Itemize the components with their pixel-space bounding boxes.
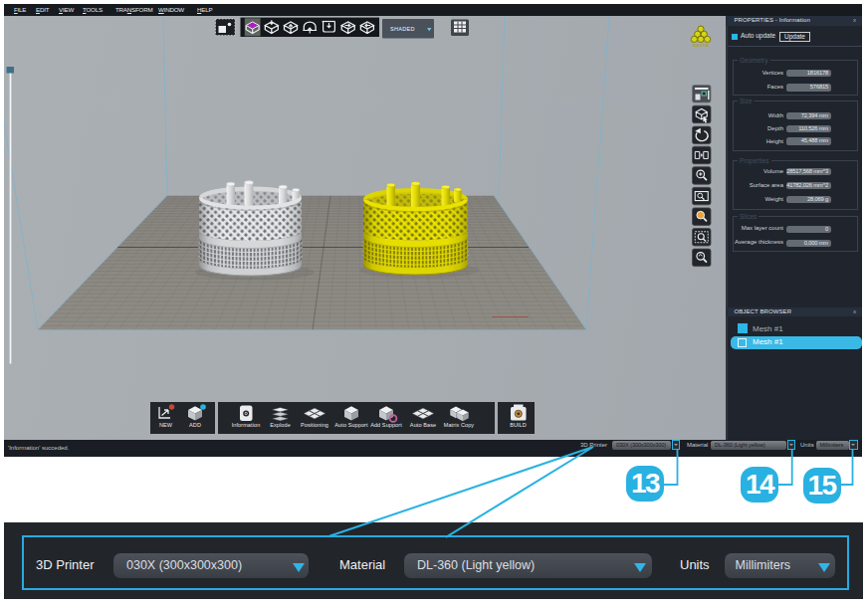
svg-text:SHADED: SHADED	[390, 26, 415, 32]
svg-text:NAUTA: NAUTA	[693, 42, 709, 47]
